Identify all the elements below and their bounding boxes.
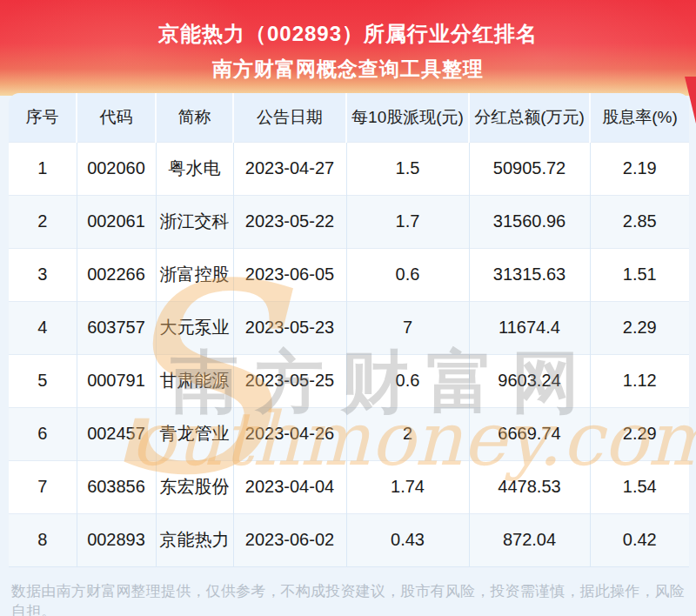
dividend-ranking-table: 序号 代码 简称 公告日期 每10股派现(元) 分红总额(万元) 股息率(%) … (9, 93, 689, 567)
table-row: 3002266浙富控股2023-06-050.631315.631.51 (9, 248, 689, 301)
table-cell: 6669.74 (469, 407, 590, 460)
table-cell: 1.5 (346, 142, 469, 195)
table-cell: 2023-04-26 (233, 407, 346, 460)
table-cell: 大元泵业 (156, 301, 233, 354)
table-cell: 7 (346, 301, 469, 354)
page-title: 京能热力（002893）所属行业分红排名 (0, 0, 696, 48)
table-body: 1002060粤水电2023-04-271.550905.722.1920020… (9, 142, 689, 566)
table-header: 序号 代码 简称 公告日期 每10股派现(元) 分红总额(万元) 股息率(%) (9, 93, 689, 142)
table-cell: 603856 (77, 460, 156, 513)
table-cell: 粤水电 (156, 142, 233, 195)
table-cell: 002060 (77, 142, 156, 195)
table-row: 4603757大元泵业2023-05-23711674.42.29 (9, 301, 689, 354)
table-cell: 0.42 (590, 513, 689, 566)
column-header-code: 代码 (77, 93, 156, 142)
table-cell: 0.43 (346, 513, 469, 566)
table-cell: 2.29 (590, 301, 689, 354)
column-header-index: 序号 (9, 93, 77, 142)
table-cell: 2023-06-02 (233, 513, 346, 566)
page-subtitle: 南方财富网概念查询工具整理 (0, 56, 696, 83)
table-cell: 1.54 (590, 460, 689, 513)
table-cell: 2023-04-04 (233, 460, 346, 513)
column-header-name: 简称 (156, 93, 233, 142)
table-cell: 11674.4 (469, 301, 590, 354)
table-cell: 2.29 (590, 407, 689, 460)
table-cell: 2023-05-22 (233, 195, 346, 248)
table-row: 1002060粤水电2023-04-271.550905.722.19 (9, 142, 689, 195)
table-row: 8002893京能热力2023-06-020.43872.040.42 (9, 513, 689, 566)
table-cell: 浙江交科 (156, 195, 233, 248)
table-cell: 31315.63 (469, 248, 590, 301)
table-cell: 青龙管业 (156, 407, 233, 460)
table-cell: 6 (9, 407, 77, 460)
table-cell: 1.7 (346, 195, 469, 248)
table-cell: 2 (346, 407, 469, 460)
table-cell: 002266 (77, 248, 156, 301)
table-cell: 9603.24 (469, 354, 590, 407)
table-cell: 5 (9, 354, 77, 407)
table-cell: 7 (9, 460, 77, 513)
table-cell: 甘肃能源 (156, 354, 233, 407)
table-cell: 0.6 (346, 248, 469, 301)
table-cell: 东宏股份 (156, 460, 233, 513)
table-cell: 4478.53 (469, 460, 590, 513)
table-cell: 4 (9, 301, 77, 354)
table-row: 5000791甘肃能源2023-05-250.69603.241.12 (9, 354, 689, 407)
table-cell: 872.04 (469, 513, 590, 566)
table-row: 7603856东宏股份2023-04-041.744478.531.54 (9, 460, 689, 513)
table-cell: 002061 (77, 195, 156, 248)
table-cell: 1.51 (590, 248, 689, 301)
table-cell: 京能热力 (156, 513, 233, 566)
header-banner: 京能热力（002893）所属行业分红排名 南方财富网概念查询工具整理 (0, 0, 696, 96)
table-cell: 31560.96 (469, 195, 590, 248)
table-cell: 浙富控股 (156, 248, 233, 301)
table-header-row: 序号 代码 简称 公告日期 每10股派现(元) 分红总额(万元) 股息率(%) (9, 93, 689, 142)
column-header-total-dividend: 分红总额(万元) (469, 93, 590, 142)
table-cell: 8 (9, 513, 77, 566)
table-cell: 2023-06-05 (233, 248, 346, 301)
table-cell: 2.85 (590, 195, 689, 248)
table-cell: 1.12 (590, 354, 689, 407)
footer-disclaimer: 数据由南方财富网整理提供，仅供参考，不构成投资建议，股市有风险，投资需谨慎，据此… (11, 581, 690, 616)
column-header-dividend-per-10-shares: 每10股派现(元) (346, 93, 469, 142)
table-cell: 000791 (77, 354, 156, 407)
table-row: 6002457青龙管业2023-04-2626669.742.29 (9, 407, 689, 460)
table-cell: 2023-04-27 (233, 142, 346, 195)
table-cell: 3 (9, 248, 77, 301)
table-cell: 2023-05-25 (233, 354, 346, 407)
table-cell: 002893 (77, 513, 156, 566)
table-row: 2002061浙江交科2023-05-221.731560.962.85 (9, 195, 689, 248)
table-cell: 1 (9, 142, 77, 195)
table-cell: 2023-05-23 (233, 301, 346, 354)
column-header-announce-date: 公告日期 (233, 93, 346, 142)
table-cell: 2 (9, 195, 77, 248)
table-cell: 1.74 (346, 460, 469, 513)
table-cell: 2.19 (590, 142, 689, 195)
dividend-ranking-table-container: 序号 代码 简称 公告日期 每10股派现(元) 分红总额(万元) 股息率(%) … (9, 93, 689, 567)
column-header-dividend-yield: 股息率(%) (590, 93, 689, 142)
table-cell: 50905.72 (469, 142, 590, 195)
table-cell: 603757 (77, 301, 156, 354)
table-cell: 002457 (77, 407, 156, 460)
table-cell: 0.6 (346, 354, 469, 407)
